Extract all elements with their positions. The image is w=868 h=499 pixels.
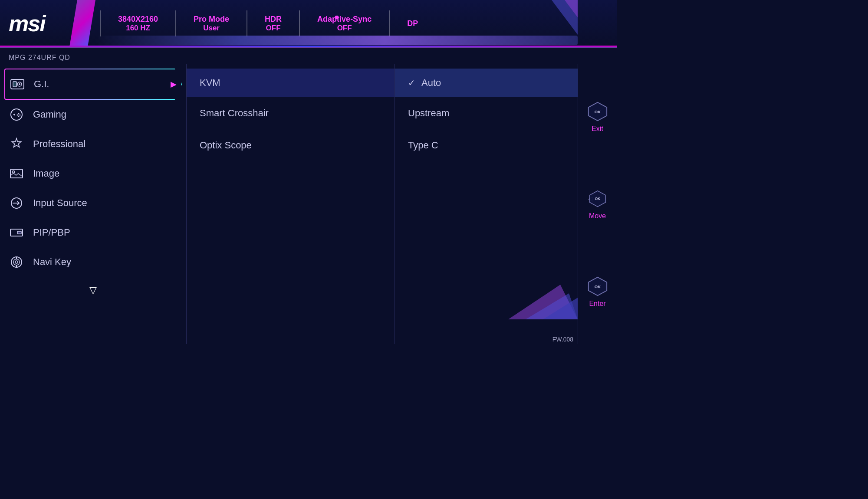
left-menu: G.I. ▶ Gaming — [0, 64, 187, 344]
menu-item-pip-pbp[interactable]: PIP/PBP — [0, 218, 186, 247]
upstream-label: Upstream — [408, 108, 449, 119]
stat-resolution: 3840X2160 160 HZ — [105, 15, 171, 33]
monitor-label: MPG 274URF QD — [0, 48, 617, 64]
stat-adaptive-sync: Adaptive-Sync OFF — [304, 15, 385, 33]
auto-check-icon: ✓ — [408, 78, 415, 88]
menu-item-image[interactable]: Image — [0, 159, 186, 188]
divider-5 — [389, 10, 390, 36]
pip-pbp-icon — [9, 225, 24, 240]
navi-key-label: Navi Key — [33, 256, 71, 268]
svg-point-18 — [13, 259, 20, 265]
enter-button[interactable]: OK Enter — [587, 276, 608, 308]
resolution-value: 3840X2160 — [118, 15, 158, 24]
exit-button[interactable]: OK Exit — [587, 101, 608, 133]
kvm-label: KVM — [200, 77, 220, 88]
divider-4 — [299, 10, 300, 36]
glow-bar — [95, 36, 578, 45]
gaming-label: Gaming — [33, 109, 66, 120]
adaptive-sync-sub: OFF — [337, 24, 352, 33]
svg-rect-16 — [17, 231, 21, 234]
panel-item-kvm[interactable]: KVM — [187, 69, 395, 97]
down-arrow-icon: ▽ — [89, 285, 97, 296]
menu-item-gaming[interactable]: Gaming — [0, 100, 186, 129]
image-label: Image — [33, 168, 59, 179]
logo-accent — [69, 0, 95, 47]
optix-scope-label: Optix Scope — [200, 140, 252, 151]
svg-point-10 — [17, 115, 18, 116]
exit-label: Exit — [592, 125, 603, 133]
svg-text:OK: OK — [594, 109, 600, 114]
svg-point-19 — [15, 261, 18, 263]
msi-logo: msi — [9, 10, 45, 36]
panel-item-optix-scope[interactable]: Optix Scope — [187, 129, 395, 161]
type-c-label: Type C — [408, 140, 438, 151]
hdr-sub: OFF — [266, 24, 281, 33]
scroll-down-area[interactable]: ▽ — [0, 277, 186, 303]
stat-hdr: HDR OFF — [252, 15, 295, 33]
menu-item-input-source[interactable]: Input Source — [0, 188, 186, 218]
input-source-icon — [9, 195, 24, 211]
menu-item-navi-key[interactable]: Navi Key — [0, 247, 186, 277]
right-item-auto[interactable]: ✓ Auto — [395, 69, 578, 97]
navi-key-icon — [9, 254, 24, 270]
input-source-label: Input Source — [33, 197, 87, 209]
svg-text:OK: OK — [595, 197, 600, 201]
stat-pro-mode: Pro Mode User — [181, 15, 242, 33]
enter-label: Enter — [589, 300, 605, 308]
divider-3 — [247, 10, 247, 36]
right-panel: ✓ Auto Upstream Type C — [395, 64, 578, 344]
menu-item-gi[interactable]: G.I. ▶ — [4, 69, 182, 100]
right-item-type-c[interactable]: Type C — [395, 129, 578, 161]
menu-item-professional[interactable]: Professional — [0, 129, 186, 159]
middle-panel: KVM Smart Crosshair Optix Scope — [187, 64, 395, 344]
panel-item-smart-crosshair[interactable]: Smart Crosshair — [187, 97, 395, 129]
right-sidebar: OK Exit ◁ OK Move OK Enter — [578, 64, 617, 344]
svg-point-8 — [20, 115, 21, 116]
professional-label: Professional — [33, 138, 85, 150]
fw-version: FW.008 — [552, 336, 573, 343]
gi-label: G.I. — [34, 79, 49, 90]
gi-icon — [10, 76, 25, 92]
gaming-icon — [9, 107, 24, 122]
move-label: Move — [589, 212, 606, 220]
pip-pbp-label: PIP/PBP — [33, 227, 70, 238]
right-item-upstream[interactable]: Upstream — [395, 97, 578, 129]
auto-label: Auto — [421, 77, 441, 89]
logo-area: msi — [0, 0, 95, 47]
hdr-value: HDR — [265, 15, 282, 24]
pro-mode-sub: User — [203, 24, 220, 33]
svg-point-9 — [18, 116, 20, 117]
resolution-sub: 160 HZ — [126, 24, 150, 33]
svg-point-12 — [13, 171, 15, 173]
svg-rect-11 — [10, 169, 23, 178]
move-button[interactable]: ◁ OK Move — [587, 188, 608, 220]
input-value: DP — [407, 19, 418, 28]
image-icon — [9, 166, 24, 181]
header-bar — [0, 46, 617, 47]
svg-point-7 — [18, 113, 20, 115]
divider-1 — [100, 10, 101, 36]
svg-text:OK: OK — [594, 284, 600, 289]
smart-crosshair-label: Smart Crosshair — [200, 108, 269, 118]
professional-icon — [9, 136, 24, 152]
divider-2 — [175, 10, 176, 36]
adaptive-sync-value: Adaptive-Sync — [317, 15, 372, 24]
stat-input: DP — [394, 19, 431, 28]
pro-mode-value: Pro Mode — [194, 15, 229, 24]
header: msi 3840X2160 160 HZ Pro Mode User HDR O… — [0, 0, 617, 48]
gi-arrow: ▶ — [171, 79, 177, 89]
main-layout: G.I. ▶ Gaming — [0, 64, 617, 344]
svg-rect-1 — [13, 82, 16, 87]
svg-point-3 — [19, 83, 20, 85]
